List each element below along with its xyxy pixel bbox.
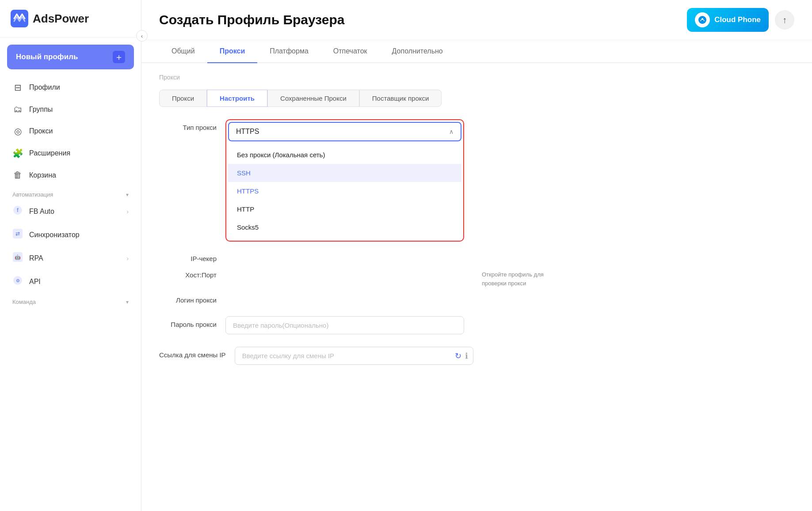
refresh-icon[interactable]: ↻ [455, 351, 461, 361]
sidebar-item-api-label: API [29, 278, 41, 286]
automation-label: Автоматизация [12, 191, 53, 198]
fb-auto-arrow-icon: › [126, 208, 129, 215]
proxy-subtab-configure[interactable]: Настроить [207, 90, 267, 107]
tab-platform[interactable]: Платформа [257, 40, 321, 63]
proxy-subtab-provider[interactable]: Поставщик прокси [359, 90, 442, 107]
proxy-login-label: Логин прокси [159, 292, 217, 304]
info-icon[interactable]: ℹ [465, 351, 468, 361]
topbar: Создать Профиль Браузера Cloud Phone ↑ [141, 0, 812, 40]
proxy-password-input[interactable] [225, 316, 464, 334]
sidebar-item-fb-auto[interactable]: f FB Auto › [0, 200, 141, 223]
sidebar-item-proxy-label: Прокси [29, 127, 53, 135]
sidebar-item-sync-label: Синхронизатор [29, 231, 80, 239]
tabs-bar: Общий Прокси Платформа Отпечаток Дополни… [141, 40, 812, 63]
tab-additional[interactable]: Дополнительно [380, 40, 455, 63]
proxy-icon: ◎ [12, 126, 23, 136]
svg-text:⇄: ⇄ [15, 231, 20, 237]
main-content: Создать Профиль Браузера Cloud Phone ↑ О… [141, 0, 812, 511]
groups-icon: 🗂 [12, 104, 23, 114]
proxy-password-row: Пароль прокси [159, 316, 794, 334]
sidebar-item-profiles-label: Профили [29, 83, 60, 91]
sync-icon: ⇄ [12, 229, 23, 241]
team-label: Команда [12, 299, 36, 305]
sidebar-item-profiles[interactable]: ⊟ Профили [0, 76, 141, 98]
rpa-arrow-icon: › [126, 255, 129, 262]
change-ip-input[interactable] [235, 347, 473, 365]
svg-text:⚙: ⚙ [16, 278, 20, 283]
upload-button[interactable]: ↑ [775, 10, 794, 30]
tab-fingerprint[interactable]: Отпечаток [321, 40, 380, 63]
hint-text: Откройте профиль дляпроверки прокси [482, 267, 561, 288]
sidebar-item-sync[interactable]: ⇄ Синхронизатор [0, 223, 141, 246]
plus-icon: ＋ [113, 51, 125, 63]
ip-checker-label: IP-чекер [159, 250, 217, 262]
dropdown-option-ssh[interactable]: SSH [228, 164, 461, 182]
cloud-phone-button[interactable]: Cloud Phone [687, 8, 769, 32]
sidebar-item-proxy[interactable]: ◎ Прокси [0, 120, 141, 142]
svg-point-10 [701, 18, 703, 20]
dropdown-option-http[interactable]: HTTP [228, 200, 461, 218]
dropdown-option-https[interactable]: HTTPS [228, 182, 461, 200]
sidebar-item-rpa[interactable]: 🤖 RPA › [0, 246, 141, 270]
sidebar-item-groups[interactable]: 🗂 Группы [0, 98, 141, 120]
proxy-subtab-proxy[interactable]: Прокси [159, 90, 207, 107]
proxy-password-label: Пароль прокси [159, 316, 217, 328]
upload-icon: ↑ [782, 15, 787, 25]
proxy-type-row: Тип прокси HTTPS ∧ Без прокси (Локальная… [159, 119, 794, 242]
sidebar-item-extensions-label: Расширения [29, 149, 70, 157]
chevron-up-icon: ∧ [449, 128, 454, 135]
change-ip-control: ↻ ℹ [235, 347, 473, 365]
sidebar-item-trash-label: Корзина [29, 171, 56, 179]
page-title: Создать Профиль Браузера [159, 12, 345, 27]
new-profile-label: Новый профиль [16, 53, 78, 61]
change-ip-label: Ссылка для смены IP [159, 347, 226, 359]
sidebar-item-fb-auto-label: FB Auto [29, 208, 54, 216]
host-port-row: Хост:Порт Откройте профиль дляпроверки п… [159, 267, 794, 288]
topbar-right: Cloud Phone ↑ [687, 8, 794, 32]
sidebar-nav: ⊟ Профили 🗂 Группы ◎ Прокси 🧩 Расширения… [0, 73, 141, 502]
cloud-phone-icon [695, 12, 710, 27]
proxy-type-label: Тип прокси [159, 119, 217, 131]
change-ip-input-wrapper: ↻ ℹ [235, 347, 473, 365]
change-ip-icons: ↻ ℹ [455, 351, 468, 361]
host-port-label: Хост:Порт [159, 267, 217, 279]
proxy-type-dropdown-options: Без прокси (Локальная сеть) SSH HTTPS HT… [228, 143, 461, 239]
content-area: Прокси Прокси Настроить Сохраненные Прок… [141, 63, 812, 511]
dropdown-option-no-proxy[interactable]: Без прокси (Локальная сеть) [228, 146, 461, 164]
change-ip-row: Ссылка для смены IP ↻ ℹ [159, 347, 794, 365]
team-section-label[interactable]: Команда ▾ [0, 293, 141, 307]
rpa-icon: 🤖 [12, 252, 23, 264]
automation-section-label[interactable]: Автоматизация ▾ [0, 186, 141, 200]
proxy-login-row: Логин прокси [159, 292, 794, 304]
sidebar-item-extensions[interactable]: 🧩 Расширения [0, 142, 141, 164]
tab-general[interactable]: Общий [159, 40, 207, 63]
fb-auto-icon: f [12, 205, 23, 217]
dropdown-option-socks5[interactable]: Socks5 [228, 218, 461, 236]
profiles-icon: ⊟ [12, 82, 23, 93]
logo-icon [11, 10, 28, 27]
proxy-type-select-trigger[interactable]: HTTPS ∧ [228, 122, 461, 141]
sidebar: AdsPower Новый профиль ＋ ⊟ Профили 🗂 Гру… [0, 0, 141, 511]
proxy-type-dropdown-container: HTTPS ∧ Без прокси (Локальная сеть) SSH … [225, 119, 464, 242]
proxy-subtabs: Прокси Настроить Сохраненные Прокси Пост… [159, 90, 794, 107]
proxy-subtab-saved[interactable]: Сохраненные Прокси [267, 90, 359, 107]
sidebar-item-trash[interactable]: 🗑 Корзина [0, 164, 141, 186]
api-icon: ⚙ [12, 276, 23, 288]
cloud-phone-label: Cloud Phone [714, 15, 761, 24]
sidebar-item-api[interactable]: ⚙ API [0, 270, 141, 293]
sidebar-collapse-button[interactable]: ‹ [136, 30, 148, 42]
ip-checker-row: IP-чекер [159, 250, 794, 262]
sidebar-item-rpa-label: RPA [29, 254, 43, 262]
proxy-password-control [225, 316, 464, 334]
proxy-type-control: HTTPS ∧ Без прокси (Локальная сеть) SSH … [225, 119, 464, 242]
svg-text:🤖: 🤖 [15, 254, 21, 260]
breadcrumb: Прокси [159, 74, 794, 81]
team-chevron-icon: ▾ [126, 299, 129, 305]
sidebar-header: AdsPower [0, 0, 141, 38]
sidebar-item-groups-label: Группы [29, 106, 53, 114]
new-profile-button[interactable]: Новый профиль ＋ [7, 45, 134, 69]
trash-icon: 🗑 [12, 170, 23, 180]
form-section: Тип прокси HTTPS ∧ Без прокси (Локальная… [159, 119, 794, 365]
extensions-icon: 🧩 [12, 148, 23, 159]
tab-proxy[interactable]: Прокси [207, 40, 258, 63]
